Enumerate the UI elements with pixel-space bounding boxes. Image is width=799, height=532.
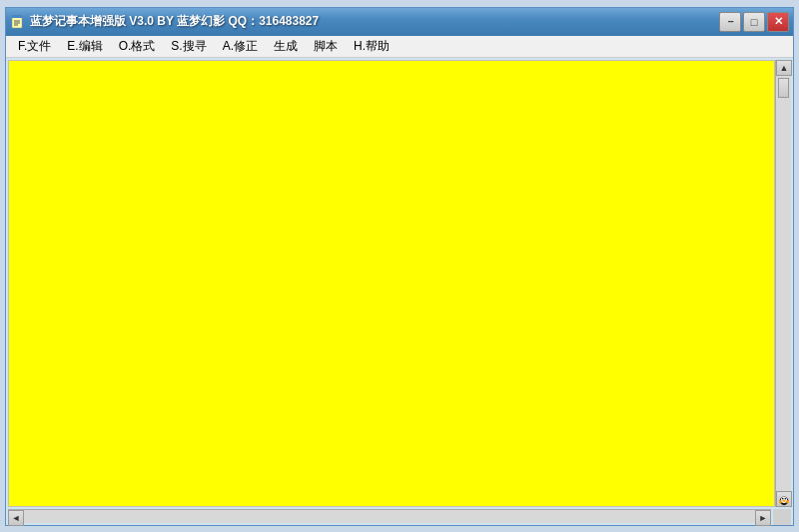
scroll-left-button[interactable]: ◄ (8, 510, 24, 526)
scroll-up-button[interactable]: ▲ (776, 60, 792, 76)
menu-bar: F.文件 E.编辑 O.格式 S.搜寻 A.修正 生成 脚本 H.帮助 (6, 36, 793, 58)
qq-penguin-icon (777, 491, 791, 507)
scroll-track-vertical[interactable] (776, 76, 791, 491)
maximize-button[interactable]: □ (743, 12, 765, 32)
close-button[interactable]: ✕ (767, 12, 789, 32)
vertical-scrollbar[interactable]: ▲ (775, 60, 791, 507)
menu-format[interactable]: O.格式 (111, 36, 164, 57)
menu-generate[interactable]: 生成 (266, 36, 306, 57)
horizontal-scrollbar-container: ◄ ► (6, 509, 793, 525)
window-title: 蓝梦记事本增强版 V3.0 BY 蓝梦幻影 QQ：316483827 (30, 13, 319, 30)
app-icon (10, 14, 26, 30)
svg-rect-1 (12, 15, 22, 18)
svg-point-7 (782, 497, 784, 499)
svg-point-11 (786, 499, 789, 503)
svg-point-8 (784, 497, 786, 499)
svg-point-9 (782, 499, 786, 501)
menu-correct[interactable]: A.修正 (215, 36, 266, 57)
content-area: ▲ (6, 58, 793, 509)
scroll-right-button[interactable]: ► (755, 510, 771, 526)
menu-search[interactable]: S.搜寻 (163, 36, 214, 57)
menu-edit[interactable]: E.编辑 (59, 36, 110, 57)
scroll-down-button[interactable] (776, 491, 792, 507)
menu-file[interactable]: F.文件 (10, 36, 59, 57)
main-window: 蓝梦记事本增强版 V3.0 BY 蓝梦幻影 QQ：316483827 － □ ✕… (5, 7, 794, 526)
text-editor[interactable] (8, 60, 775, 507)
title-bar-left: 蓝梦记事本增强版 V3.0 BY 蓝梦幻影 QQ：316483827 (10, 13, 319, 30)
scroll-thumb-vertical[interactable] (778, 78, 789, 98)
scroll-track-horizontal[interactable] (24, 510, 755, 523)
scrollbar-corner (773, 509, 791, 525)
title-bar: 蓝梦记事本增强版 V3.0 BY 蓝梦幻影 QQ：316483827 － □ ✕ (6, 8, 793, 36)
window-controls: － □ ✕ (719, 12, 789, 32)
menu-help[interactable]: H.帮助 (346, 36, 398, 57)
minimize-button[interactable]: － (719, 12, 741, 32)
horizontal-scrollbar[interactable]: ◄ ► (8, 509, 771, 523)
menu-script[interactable]: 脚本 (306, 36, 346, 57)
svg-point-10 (779, 499, 782, 503)
